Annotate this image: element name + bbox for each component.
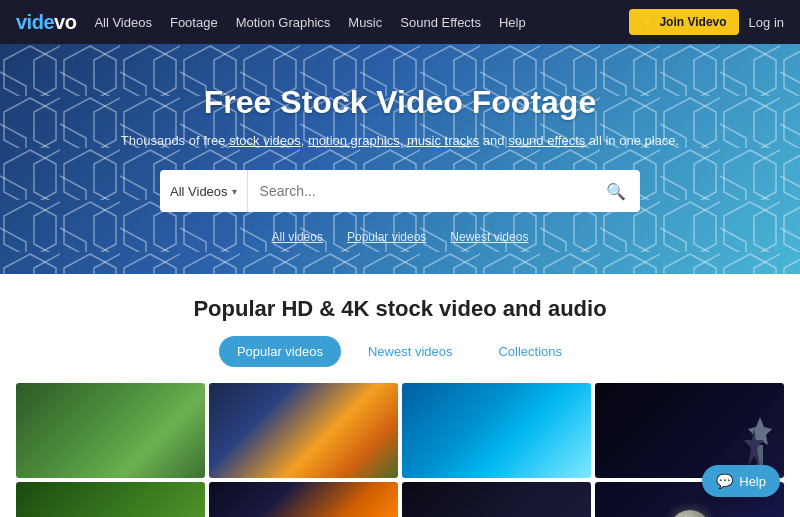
- nav-music[interactable]: Music: [348, 15, 382, 30]
- site-logo[interactable]: videvo: [16, 11, 76, 34]
- hero-subtitle: Thousands of free stock videos, motion g…: [20, 133, 780, 148]
- search-category-dropdown[interactable]: All Videos: [160, 170, 248, 212]
- svg-marker-4: [748, 417, 772, 445]
- login-button[interactable]: Log in: [749, 15, 784, 30]
- video-thumb-6[interactable]: [209, 482, 398, 517]
- sound-effects-link[interactable]: sound effects: [508, 133, 585, 148]
- content-tabs: Popular videos Newest videos Collections: [16, 336, 784, 367]
- help-button[interactable]: Help: [702, 465, 780, 497]
- filter-popular-videos[interactable]: Popular videos: [347, 230, 426, 244]
- filter-all-videos[interactable]: All videos: [272, 230, 323, 244]
- statue-silhouette: [746, 415, 774, 470]
- nav-all-videos[interactable]: All Videos: [94, 15, 152, 30]
- music-tracks-link[interactable]: music tracks: [407, 133, 479, 148]
- join-button[interactable]: Join Videvo: [629, 9, 738, 35]
- filter-newest-videos[interactable]: Newest videos: [450, 230, 528, 244]
- tab-popular-videos[interactable]: Popular videos: [219, 336, 341, 367]
- hero-section: Free Stock Video Footage Thousands of fr…: [0, 44, 800, 274]
- hero-title: Free Stock Video Footage: [20, 84, 780, 121]
- video-thumb-7[interactable]: [402, 482, 591, 517]
- video-thumb-3[interactable]: [402, 383, 591, 478]
- nav-right: Join Videvo Log in: [629, 9, 784, 35]
- video-thumb-2[interactable]: [209, 383, 398, 478]
- moon-visual: [670, 510, 710, 518]
- tab-newest-videos[interactable]: Newest videos: [349, 336, 472, 367]
- motion-graphics-link[interactable]: motion graphics: [308, 133, 400, 148]
- nav-help[interactable]: Help: [499, 15, 526, 30]
- nav-motion-graphics[interactable]: Motion Graphics: [236, 15, 331, 30]
- main-content: Popular HD & 4K stock video and audio Po…: [0, 274, 800, 517]
- navbar: videvo All Videos Footage Motion Graphic…: [0, 0, 800, 44]
- tab-collections[interactable]: Collections: [479, 336, 581, 367]
- section-title: Popular HD & 4K stock video and audio: [16, 296, 784, 322]
- nav-links: All Videos Footage Motion Graphics Music…: [94, 15, 629, 30]
- nav-footage[interactable]: Footage: [170, 15, 218, 30]
- hero-filter-links: All videos Popular videos Newest videos: [20, 230, 780, 244]
- search-input[interactable]: [248, 170, 592, 212]
- video-thumb-4[interactable]: [595, 383, 784, 478]
- search-button[interactable]: 🔍: [592, 170, 640, 212]
- nav-sound-effects[interactable]: Sound Effects: [400, 15, 481, 30]
- stock-videos-link[interactable]: stock videos: [229, 133, 301, 148]
- video-thumb-5[interactable]: [16, 482, 205, 517]
- video-thumb-1[interactable]: [16, 383, 205, 478]
- search-bar: All Videos 🔍: [160, 170, 640, 212]
- video-grid: [16, 383, 784, 517]
- svg-rect-5: [757, 445, 763, 467]
